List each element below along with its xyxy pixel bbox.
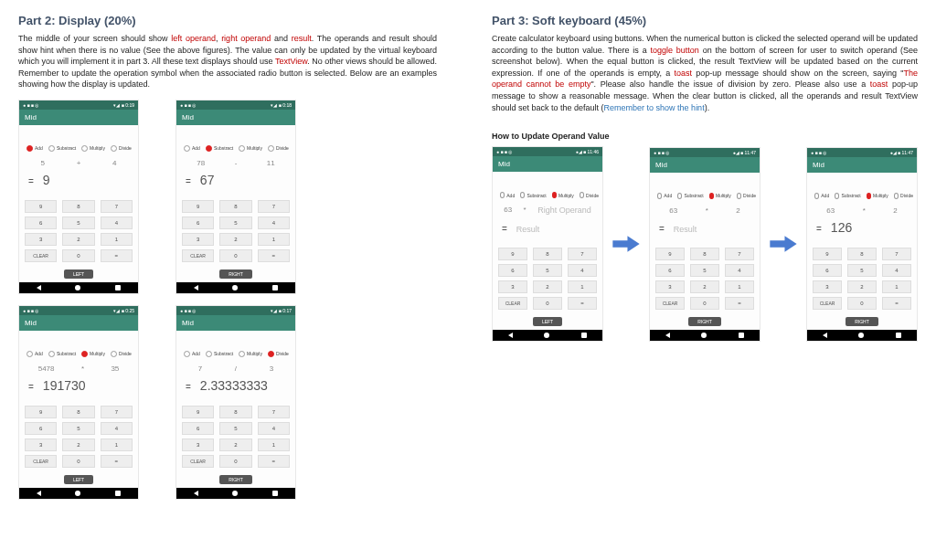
key-0[interactable]: 0 <box>847 297 877 310</box>
recent-button[interactable] <box>581 333 587 338</box>
back-button[interactable] <box>194 285 198 291</box>
operand-toggle[interactable]: RIGHT <box>846 317 878 326</box>
key-0[interactable]: 0 <box>533 297 562 310</box>
key-4[interactable]: 4 <box>258 217 290 229</box>
key-9[interactable]: 9 <box>655 248 685 260</box>
key-1[interactable]: 1 <box>101 438 133 451</box>
key-4[interactable]: 4 <box>568 264 597 277</box>
radio-add[interactable] <box>657 193 662 199</box>
recent-button[interactable] <box>272 285 278 291</box>
key-3[interactable]: 3 <box>25 438 57 451</box>
key-1[interactable]: 1 <box>882 280 911 293</box>
key-7[interactable]: 7 <box>258 200 290 213</box>
key-6[interactable]: 6 <box>182 217 214 229</box>
radio-add[interactable] <box>27 351 33 357</box>
back-button[interactable] <box>508 333 513 338</box>
recent-button[interactable] <box>739 333 744 338</box>
radio-sub[interactable] <box>48 145 55 152</box>
key-8[interactable]: 8 <box>62 200 94 213</box>
radio-add[interactable] <box>500 192 505 198</box>
key-0[interactable]: 0 <box>219 249 251 262</box>
radio-div[interactable] <box>894 193 899 199</box>
radio-sub[interactable] <box>206 145 212 152</box>
key-9[interactable]: 9 <box>813 248 842 260</box>
key-6[interactable]: 6 <box>498 264 527 277</box>
key-5[interactable]: 5 <box>690 264 719 277</box>
key-CLEAR[interactable]: CLEAR <box>498 297 527 310</box>
home-button[interactable] <box>75 491 80 496</box>
back-button[interactable] <box>823 333 827 338</box>
key-CLEAR[interactable]: CLEAR <box>25 455 57 468</box>
radio-sub[interactable] <box>677 193 682 199</box>
key-7[interactable]: 7 <box>882 248 911 260</box>
operand-toggle[interactable]: LEFT <box>533 317 562 326</box>
key-0[interactable]: 0 <box>62 455 94 468</box>
key-3[interactable]: 3 <box>813 280 842 293</box>
operand-toggle[interactable]: LEFT <box>64 475 93 484</box>
back-button[interactable] <box>665 333 670 338</box>
home-button[interactable] <box>232 285 238 291</box>
radio-sub[interactable] <box>48 351 55 357</box>
key-0[interactable]: 0 <box>62 249 94 262</box>
key-2[interactable]: 2 <box>847 280 877 293</box>
key-2[interactable]: 2 <box>62 233 94 246</box>
key-9[interactable]: 9 <box>25 406 57 418</box>
key-8[interactable]: 8 <box>690 248 719 260</box>
key-5[interactable]: 5 <box>62 217 94 229</box>
key-2[interactable]: 2 <box>219 233 251 246</box>
key-8[interactable]: 8 <box>219 406 251 418</box>
radio-div[interactable] <box>111 351 117 357</box>
home-button[interactable] <box>75 285 80 291</box>
radio-add[interactable] <box>184 145 190 152</box>
key-CLEAR[interactable]: CLEAR <box>25 249 57 262</box>
radio-mul[interactable] <box>709 193 714 199</box>
key-5[interactable]: 5 <box>219 217 251 229</box>
key-2[interactable]: 2 <box>62 438 94 451</box>
key-7[interactable]: 7 <box>101 406 133 418</box>
key-3[interactable]: 3 <box>655 280 685 293</box>
key-7[interactable]: 7 <box>101 200 133 213</box>
operand-toggle[interactable]: RIGHT <box>219 269 252 279</box>
key-=[interactable]: = <box>882 297 911 310</box>
key-3[interactable]: 3 <box>182 438 214 451</box>
radio-mul[interactable] <box>239 351 245 357</box>
recent-button[interactable] <box>272 491 278 496</box>
radio-mul[interactable] <box>81 145 88 152</box>
key-6[interactable]: 6 <box>655 264 685 277</box>
key-5[interactable]: 5 <box>219 422 251 435</box>
radio-add[interactable] <box>184 351 190 357</box>
key-3[interactable]: 3 <box>498 280 527 293</box>
radio-mul[interactable] <box>81 351 88 357</box>
key-1[interactable]: 1 <box>725 280 754 293</box>
key-4[interactable]: 4 <box>101 422 133 435</box>
radio-div[interactable] <box>268 351 274 357</box>
key-5[interactable]: 5 <box>62 422 94 435</box>
radio-mul[interactable] <box>867 193 871 199</box>
key-9[interactable]: 9 <box>25 200 57 213</box>
key-8[interactable]: 8 <box>219 200 251 213</box>
key-=[interactable]: = <box>101 455 133 468</box>
radio-add[interactable] <box>27 145 33 152</box>
key-0[interactable]: 0 <box>219 455 251 468</box>
key-8[interactable]: 8 <box>533 248 562 260</box>
back-button[interactable] <box>194 491 198 496</box>
key-0[interactable]: 0 <box>690 297 719 310</box>
key-2[interactable]: 2 <box>533 280 562 293</box>
key-3[interactable]: 3 <box>25 233 57 246</box>
key-6[interactable]: 6 <box>25 422 57 435</box>
key-9[interactable]: 9 <box>182 406 214 418</box>
radio-sub[interactable] <box>206 351 212 357</box>
key-CLEAR[interactable]: CLEAR <box>182 249 214 262</box>
key-7[interactable]: 7 <box>725 248 754 260</box>
key-CLEAR[interactable]: CLEAR <box>182 455 214 468</box>
home-button[interactable] <box>701 333 707 338</box>
key-2[interactable]: 2 <box>690 280 719 293</box>
recent-button[interactable] <box>896 333 901 338</box>
key-8[interactable]: 8 <box>847 248 877 260</box>
key-1[interactable]: 1 <box>568 280 597 293</box>
key-3[interactable]: 3 <box>182 233 214 246</box>
operand-toggle[interactable]: RIGHT <box>219 475 252 484</box>
key-CLEAR[interactable]: CLEAR <box>813 297 842 310</box>
recent-button[interactable] <box>115 491 121 496</box>
key-6[interactable]: 6 <box>182 422 214 435</box>
